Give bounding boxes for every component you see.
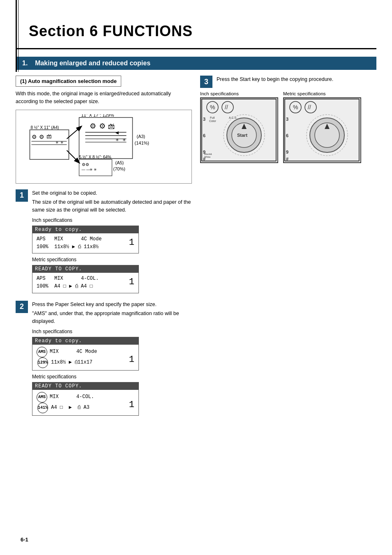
svg-text:#: # <box>286 157 288 161</box>
step1-metric-lcd: READY TO COPY. APS MIX 4-COL. 100% A4 □ … <box>32 265 139 293</box>
ams-circle-1: AMS <box>37 347 47 357</box>
step1-inch-lcd: Ready to copy. APS MIX 4C Mode 100% 11x8… <box>32 226 139 253</box>
svg-text:✳: ✳ <box>122 138 126 142</box>
inch-panel-label: Inch specifications <box>200 91 239 96</box>
svg-text://: // <box>225 104 228 111</box>
mag-diagram-svg: 11" X 17": 129% ⚙ ⚙ 🖄 ◀ ✳ ✳ (A3) <box>20 114 187 178</box>
svg-text:(A5): (A5) <box>115 160 124 165</box>
svg-text:✳: ✳ <box>60 140 64 145</box>
svg-text:3: 3 <box>203 117 205 122</box>
svg-text:Color: Color <box>209 120 216 122</box>
svg-text:11" X 17": 129%: 11" X 17": 129% <box>81 114 114 117</box>
step1-line2: The size of the original will be automat… <box>32 198 192 214</box>
section-title: Section 6 FUNCTIONS <box>29 23 367 40</box>
step1-content: Set the original to be copied. The size … <box>32 189 192 296</box>
step1-inch-body: APS MIX 4C Mode 100% 11x8½ ▶ ⎙ 11x8½ 1 <box>32 233 138 253</box>
step2-inch-row1: AMS MIX 4C Mode <box>37 347 134 357</box>
step1-inch-line1: APS MIX 4C Mode <box>37 235 134 243</box>
svg-text:(70%): (70%) <box>113 166 125 171</box>
svg-text:✳ ✳: ✳ ✳ <box>90 168 97 172</box>
step1-inch-label: Inch specifications <box>32 217 192 223</box>
svg-text:⚙⚙: ⚙⚙ <box>82 162 89 167</box>
metric-panel-wrapper: Metric specifications % // <box>283 91 361 163</box>
svg-text:9: 9 <box>286 150 288 154</box>
left-border-thick <box>16 0 17 72</box>
svg-text:✳: ✳ <box>55 140 59 145</box>
step1-metric-top: READY TO COPY. <box>32 265 138 273</box>
step2-metric-top: READY TO COPY. <box>32 382 138 390</box>
svg-text:White: White <box>204 156 211 158</box>
ams-pct-2: 141% <box>37 403 48 413</box>
step2-metric-row1: AMS MIX 4-COL. <box>37 392 134 403</box>
svg-text:🖄: 🖄 <box>46 134 51 139</box>
svg-text:%: % <box>293 104 298 111</box>
svg-text:🖄: 🖄 <box>108 123 115 130</box>
svg-text:— —: — — <box>82 168 90 172</box>
svg-text:Full: Full <box>210 116 215 119</box>
step1-metric-line1: APS MIX 4-COL. <box>37 275 134 283</box>
svg-text:(141%): (141%) <box>135 140 149 145</box>
copier-panels: Inch specifications % <box>200 91 376 163</box>
step2-metric-num: 1 <box>129 398 134 412</box>
step2-inch-top: Ready to copy. <box>32 337 138 345</box>
step2-inch-row2: 129% 11x8½ ▶ ⎙11x17 <box>37 357 134 368</box>
section-title-area: Section 6 FUNCTIONS <box>0 0 392 48</box>
step2-inch-body: AMS MIX 4C Mode 129% 11x8½ ▶ ⎙11x17 1 <box>32 345 138 370</box>
step2-block: 2 Press the Paper Select key and specify… <box>16 301 192 418</box>
step1-inch-top: Ready to copy. <box>32 226 138 233</box>
left-border-thin <box>18 0 18 72</box>
step3-text: Press the Start key to begin the copying… <box>217 76 376 83</box>
step2-inch-rest2: 11x8½ ▶ ⎙11x17 <box>48 359 92 366</box>
sub-heading-label: (1) Auto magnification selection mode <box>20 78 117 84</box>
step1-line1: Set the original to be copied. <box>32 189 192 197</box>
step1-number: 1 <box>16 189 28 202</box>
svg-text:3: 3 <box>286 117 288 122</box>
svg-text:6: 6 <box>286 133 288 138</box>
svg-text:✳: ✳ <box>115 138 119 142</box>
step3-number: 3 <box>200 76 212 88</box>
metric-panel-label: Metric specifications <box>283 91 326 96</box>
step2-inch-lcd: Ready to copy. AMS MIX 4C Mode 129% 11x8… <box>32 337 139 371</box>
svg-text:5 ½" X 8 ½": 64%: 5 ½" X 8 ½": 64% <box>79 155 111 159</box>
step2-inch-rest1: MIX 4C Mode <box>50 348 97 356</box>
step2-line1: Press the Paper Select key and specify t… <box>32 301 192 309</box>
title-divider <box>16 48 376 49</box>
svg-text:%: % <box>210 104 215 111</box>
step2-metric-rest2: A4 □ ▶ ⎙ A3 <box>48 404 90 412</box>
magnification-diagram: 11" X 17": 129% ⚙ ⚙ 🖄 ◀ ✳ ✳ (A3) <box>16 110 192 184</box>
step2-metric-row2: 141% A4 □ ▶ ⎙ A3 <box>37 403 134 413</box>
main-content: (1) Auto magnification selection mode Wi… <box>0 70 392 421</box>
intro-text: With this mode, the original image is en… <box>16 90 192 106</box>
left-column: (1) Auto magnification selection mode Wi… <box>16 70 192 421</box>
step2-metric-label: Metric specifications <box>32 374 192 380</box>
step1-metric-num: 1 <box>129 275 134 289</box>
step3-block: 3 Press the Start key to begin the copyi… <box>200 76 376 163</box>
chapter-number: 1. <box>22 60 28 67</box>
svg-text:8 ½" X 11" (A4): 8 ½" X 11" (A4) <box>31 125 59 130</box>
svg-text://: // <box>308 104 311 111</box>
svg-text:⚙: ⚙ <box>39 134 44 140</box>
ams-circle-2: AMS <box>37 392 47 403</box>
step2-number: 2 <box>16 301 28 313</box>
step2-metric-body: AMS MIX 4-COL. 141% A4 □ ▶ ⎙ A3 1 <box>32 390 138 415</box>
metric-panel-box: % // 3 6 9 # <box>283 97 361 163</box>
step1-inch-num: 1 <box>129 235 134 250</box>
chapter-heading: 1. Making enlarged and reduced copies <box>16 57 376 70</box>
step1-inch-line2: 100% 11x8½ ▶ ⎙ 11x8½ <box>37 243 134 251</box>
svg-text:A.C.S.: A.C.S. <box>229 116 237 119</box>
step2-line2: "AMS" and, under that, the appropriate m… <box>32 310 192 325</box>
ams-pct-1: 129% <box>37 357 48 368</box>
right-column: 3 Press the Start key to begin the copyi… <box>200 70 376 421</box>
page-number: 6-1 <box>21 537 28 543</box>
chapter-title: Making enlarged and reduced copies <box>35 60 150 67</box>
svg-text:6: 6 <box>203 133 205 138</box>
svg-text:⚙: ⚙ <box>32 134 37 140</box>
page: Section 6 FUNCTIONS 1. Making enlarged a… <box>0 0 392 555</box>
step2-inch-label: Inch specifications <box>32 329 192 334</box>
step2-metric-rest1: MIX 4-COL. <box>50 393 94 401</box>
svg-text:Start: Start <box>237 133 247 138</box>
step1-metric-label: Metric specifications <box>32 257 192 263</box>
svg-text:(A3): (A3) <box>137 134 145 139</box>
step2-inch-num: 1 <box>129 352 134 367</box>
step3-header: 3 Press the Start key to begin the copyi… <box>200 76 376 88</box>
